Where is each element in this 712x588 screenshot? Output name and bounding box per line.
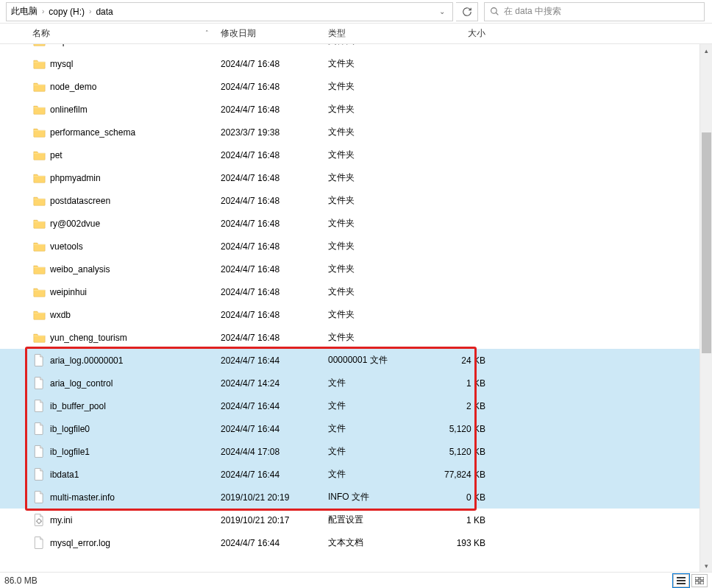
file-list[interactable]: mapcache2024/4/7 16:48文件夹mysql2024/4/7 1… xyxy=(0,44,712,554)
file-row[interactable]: pet2024/4/7 16:48文件夹 xyxy=(0,144,712,166)
svg-line-1 xyxy=(496,13,498,15)
folder-icon xyxy=(32,80,46,93)
svg-rect-7 xyxy=(695,581,699,584)
file-type: 文件夹 xyxy=(328,194,431,207)
scroll-down-icon[interactable]: ▾ xyxy=(700,559,712,572)
file-date: 2024/4/7 16:48 xyxy=(221,241,328,252)
file-size: 1 KB xyxy=(431,378,490,389)
file-size: 5,120 KB xyxy=(431,424,490,434)
column-date[interactable]: 修改日期 xyxy=(221,27,328,40)
file-row[interactable]: ib_logfile02024/4/7 16:44文件5,120 KB xyxy=(0,417,712,440)
file-name: mysql xyxy=(50,59,221,69)
file-row[interactable]: phpmyadmin2024/4/7 16:48文件夹 xyxy=(0,166,712,189)
file-date: 2024/4/7 16:48 xyxy=(221,287,328,297)
search-input[interactable]: 在 data 中搜索 xyxy=(484,2,705,21)
column-size[interactable]: 大小 xyxy=(431,27,490,40)
svg-rect-6 xyxy=(700,577,704,580)
file-type: 文件夹 xyxy=(328,217,431,230)
scrollbar-thumb[interactable] xyxy=(702,132,711,353)
breadcrumb-part[interactable]: copy (H:) xyxy=(49,7,85,17)
file-date: 2024/4/7 16:44 xyxy=(221,424,328,434)
large-icons-view-button[interactable] xyxy=(691,574,708,587)
file-row[interactable]: vuetools2024/4/7 16:48文件夹 xyxy=(0,235,712,258)
file-row[interactable]: wxdb2024/4/7 16:48文件夹 xyxy=(0,303,712,326)
file-date: 2024/4/7 16:48 xyxy=(221,310,328,320)
file-name: ib_buffer_pool xyxy=(50,401,221,411)
file-date: 2024/4/7 16:48 xyxy=(221,82,328,92)
file-name: wxdb xyxy=(50,310,221,320)
file-icon xyxy=(32,445,46,458)
file-icon xyxy=(32,377,46,390)
column-name[interactable]: 名称 ˄ xyxy=(32,27,221,40)
folder-icon xyxy=(32,57,46,71)
file-row[interactable]: node_demo2024/4/7 16:48文件夹 xyxy=(0,75,712,98)
folder-icon xyxy=(32,171,46,185)
file-date: 2024/4/7 14:24 xyxy=(221,378,328,389)
file-type: 文件夹 xyxy=(328,44,431,47)
breadcrumb-part[interactable]: 此电脑 xyxy=(11,5,38,18)
file-type: 文件 xyxy=(328,445,431,458)
details-view-button[interactable] xyxy=(673,574,689,587)
file-type: 文件夹 xyxy=(328,331,431,344)
breadcrumb[interactable]: 此电脑 › copy (H:) › data ⌄ xyxy=(6,2,453,21)
file-row[interactable]: mapcache2024/4/7 16:48文件夹 xyxy=(0,44,712,52)
file-row[interactable]: mysql_error.log2024/4/7 16:44文本文档193 KB xyxy=(0,531,712,554)
file-name: postdatascreen xyxy=(50,196,221,206)
file-type: 文本文档 xyxy=(328,536,431,549)
file-row[interactable]: aria_log_control2024/4/7 14:24文件1 KB xyxy=(0,372,712,394)
file-icon xyxy=(32,468,46,481)
file-type: 文件夹 xyxy=(328,57,431,70)
file-name: aria_log_control xyxy=(50,378,221,389)
file-name: yun_cheng_tourism xyxy=(50,333,221,343)
file-name: ib_logfile1 xyxy=(50,447,221,457)
file-name: performance_schema xyxy=(50,127,221,138)
file-icon xyxy=(32,491,46,504)
svg-rect-4 xyxy=(677,583,686,584)
file-row[interactable]: weipinhui2024/4/7 16:48文件夹 xyxy=(0,280,712,303)
file-row[interactable]: performance_schema2023/3/7 19:38文件夹 xyxy=(0,121,712,144)
file-type: 文件 xyxy=(328,468,431,481)
file-row[interactable]: ib_logfile12024/4/4 17:08文件5,120 KB xyxy=(0,440,712,463)
file-row[interactable]: mysql2024/4/7 16:48文件夹 xyxy=(0,52,712,75)
file-date: 2024/4/7 16:48 xyxy=(221,196,328,206)
file-type: 00000001 文件 xyxy=(328,354,431,366)
file-icon xyxy=(32,400,46,413)
file-date: 2024/4/7 16:44 xyxy=(221,401,328,411)
folder-icon xyxy=(32,263,46,276)
file-date: 2024/4/4 17:08 xyxy=(221,447,328,457)
history-dropdown-icon[interactable]: ⌄ xyxy=(436,7,448,15)
file-date: 2024/4/7 16:44 xyxy=(221,470,328,480)
file-type: INFO 文件 xyxy=(328,491,431,503)
vertical-scrollbar[interactable]: ▴ ▾ xyxy=(699,44,712,572)
file-icon xyxy=(32,354,46,367)
file-row[interactable]: onlinefilm2024/4/7 16:48文件夹 xyxy=(0,98,712,121)
sort-up-icon: ˄ xyxy=(205,29,209,37)
folder-icon xyxy=(32,149,46,162)
breadcrumb-part[interactable]: data xyxy=(96,7,113,17)
file-name: multi-master.info xyxy=(50,492,221,503)
search-icon xyxy=(489,7,499,17)
scroll-up-icon[interactable]: ▴ xyxy=(700,44,712,57)
refresh-button[interactable] xyxy=(456,2,478,21)
file-row[interactable]: yun_cheng_tourism2024/4/7 16:48文件夹 xyxy=(0,326,712,349)
file-size: 0 KB xyxy=(431,492,490,503)
file-date: 2023/3/7 19:38 xyxy=(221,127,328,138)
file-date: 2024/4/7 16:48 xyxy=(221,173,328,183)
refresh-icon xyxy=(462,7,472,17)
column-type[interactable]: 类型 xyxy=(328,27,431,40)
file-row[interactable]: postdatascreen2024/4/7 16:48文件夹 xyxy=(0,189,712,212)
chevron-right-icon: › xyxy=(89,7,91,15)
file-row[interactable]: ib_buffer_pool2024/4/7 16:44文件2 KB xyxy=(0,394,712,417)
file-size: 2 KB xyxy=(431,401,490,411)
file-row[interactable]: my.ini2019/10/21 20:17配置设置1 KB xyxy=(0,509,712,531)
file-row[interactable]: ibdata12024/4/7 16:44文件77,824 KB xyxy=(0,463,712,486)
file-list-area: mapcache2024/4/7 16:48文件夹mysql2024/4/7 1… xyxy=(0,44,712,572)
folder-icon xyxy=(32,308,46,322)
chevron-right-icon: › xyxy=(42,7,44,15)
file-row[interactable]: multi-master.info2019/10/21 20:19INFO 文件… xyxy=(0,486,712,509)
file-date: 2024/4/7 16:48 xyxy=(221,333,328,343)
file-row[interactable]: ry@002dvue2024/4/7 16:48文件夹 xyxy=(0,212,712,235)
file-type: 文件夹 xyxy=(328,126,431,138)
file-row[interactable]: weibo_analysis2024/4/7 16:48文件夹 xyxy=(0,258,712,280)
file-row[interactable]: aria_log.000000012024/4/7 16:4400000001 … xyxy=(0,349,712,372)
